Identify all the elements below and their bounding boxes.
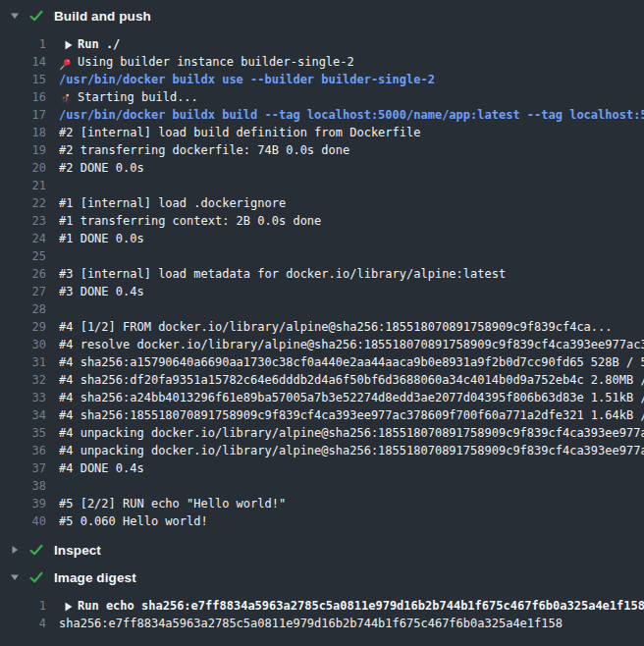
log-text: /usr/bin/docker buildx build --tag local… — [59, 108, 644, 122]
log-line: #5 [2/2] RUN echo "Hello world!" — [59, 495, 644, 512]
log-line — [59, 300, 644, 318]
log-section-inspect: Inspect — [0, 536, 644, 564]
section-header-image-digest[interactable]: Image digest — [0, 564, 644, 591]
log-text: #5 0.060 Hello world! — [59, 514, 208, 528]
log-text: #4 [1/2] FROM docker.io/library/alpine@s… — [59, 320, 613, 334]
line-number-link[interactable]: 39 — [0, 495, 59, 512]
section-title: Build and push — [54, 9, 151, 24]
log-line: #4 unpacking docker.io/library/alpine@sh… — [59, 424, 644, 442]
line-number-link[interactable]: 22 — [0, 194, 59, 212]
log-line: #1 DONE 0.0s — [59, 230, 644, 247]
line-number-link[interactable]: 15 — [0, 71, 59, 88]
line-number-link[interactable]: 14 — [0, 53, 59, 71]
line-number-link[interactable]: 32 — [0, 371, 59, 389]
line-number-link[interactable]: 16 — [0, 88, 59, 106]
chevron-down-icon[interactable] — [8, 9, 22, 23]
log-row: 37#4 DONE 0.4s — [0, 459, 644, 477]
line-number-link[interactable]: 36 — [0, 442, 59, 459]
log-text: #1 [internal] load .dockerignore — [59, 196, 286, 210]
log-row: 19#2 transferring dockerfile: 74B 0.0s d… — [0, 141, 644, 159]
log-line: #1 transferring context: 2B 0.0s done — [59, 212, 644, 230]
log-row: 32#4 sha256:df20fa9351a15782c64e6dddb2d4… — [0, 371, 644, 389]
line-number-link[interactable]: 26 — [0, 265, 59, 283]
line-number-link[interactable]: 27 — [0, 283, 59, 300]
line-number-link[interactable]: 4 — [0, 615, 59, 632]
log-text: #4 unpacking docker.io/library/alpine@sh… — [59, 426, 644, 440]
section-header-build-and-push[interactable]: Build and push — [0, 2, 644, 29]
line-number-link[interactable]: 30 — [0, 336, 59, 353]
workflow-log-viewer: Build and push 1Run ./14Using builder in… — [0, 0, 644, 646]
log-row: 4sha256:e7ff8834a5963a2785c5a0811e979d16… — [0, 615, 644, 632]
log-line: #5 0.060 Hello world! — [59, 512, 644, 530]
check-icon — [28, 569, 44, 585]
log-line — [59, 177, 644, 194]
line-number-link[interactable]: 17 — [0, 106, 59, 124]
expand-step-arrow-icon[interactable] — [65, 35, 73, 53]
line-number-link[interactable]: 33 — [0, 389, 59, 406]
log-row: 18#2 [internal] load build definition fr… — [0, 124, 644, 141]
chevron-right-icon[interactable] — [8, 543, 22, 557]
log-line: #1 [internal] load .dockerignore — [59, 194, 644, 212]
line-number-link[interactable]: 19 — [0, 141, 59, 159]
line-number-link[interactable]: 21 — [0, 177, 59, 194]
expand-step-arrow-icon[interactable] — [65, 597, 73, 615]
log-line: #4 sha256:185518070891758909c9f839cf4ca3… — [59, 406, 644, 424]
log-text: /usr/bin/docker buildx use --builder bui… — [59, 73, 435, 86]
line-number-link[interactable]: 31 — [0, 353, 59, 371]
line-number-link[interactable]: 38 — [0, 477, 59, 495]
log-row: 26#3 [internal] load metadata for docker… — [0, 265, 644, 283]
log-row: 34#4 sha256:185518070891758909c9f839cf4c… — [0, 406, 644, 424]
log-row: 28 — [0, 300, 644, 318]
check-icon — [28, 8, 44, 24]
line-number-link[interactable]: 1 — [0, 35, 59, 53]
line-number-link[interactable]: 20 — [0, 159, 59, 177]
log-text: #3 DONE 0.4s — [59, 285, 144, 298]
log-row: 30#4 resolve docker.io/library/alpine@sh… — [0, 336, 644, 353]
section-log-lines: 1Run echo sha256:e7ff8834a5963a2785c5a08… — [0, 591, 644, 638]
log-line: #2 [internal] load build definition from… — [59, 124, 644, 141]
log-line: #4 DONE 0.4s — [59, 459, 644, 477]
line-number-link[interactable]: 18 — [0, 124, 59, 141]
section-title: Inspect — [54, 543, 101, 558]
line-number-link[interactable]: 37 — [0, 459, 59, 477]
log-row: 31#4 sha256:a15790640a6690aa1730c38cf0a4… — [0, 353, 644, 371]
log-line: #2 transferring dockerfile: 74B 0.0s don… — [59, 141, 644, 159]
log-line: Run echo sha256:e7ff8834a5963a2785c5a081… — [59, 597, 644, 615]
line-number-link[interactable]: 23 — [0, 212, 59, 230]
log-row: 21 — [0, 177, 644, 194]
log-text: Run echo sha256:e7ff8834a5963a2785c5a081… — [78, 599, 644, 613]
log-line: #4 unpacking docker.io/library/alpine@sh… — [59, 442, 644, 459]
log-line: #4 [1/2] FROM docker.io/library/alpine@s… — [59, 318, 644, 336]
log-text: #4 sha256:185518070891758909c9f839cf4ca3… — [59, 408, 644, 422]
line-number-link[interactable]: 24 — [0, 230, 59, 247]
log-line: #4 sha256:df20fa9351a15782c64e6dddb2d4a6… — [59, 371, 644, 389]
log-row: 24#1 DONE 0.0s — [0, 230, 644, 247]
log-line: Using builder instance builder-single-2 — [59, 53, 644, 71]
log-text: #4 unpacking docker.io/library/alpine@sh… — [59, 444, 644, 458]
line-number-link[interactable]: 35 — [0, 424, 59, 442]
line-number-link[interactable]: 25 — [0, 247, 59, 265]
log-line: #4 sha256:a15790640a6690aa1730c38cf0a440… — [59, 353, 644, 371]
chevron-down-icon[interactable] — [8, 570, 22, 584]
line-number-link[interactable]: 28 — [0, 300, 59, 318]
section-log-lines: 1Run ./14Using builder instance builder-… — [0, 29, 644, 536]
log-line: #4 resolve docker.io/library/alpine@sha2… — [59, 336, 644, 353]
section-header-inspect[interactable]: Inspect — [0, 536, 644, 564]
log-line: #3 [internal] load metadata for docker.i… — [59, 265, 644, 283]
log-text: #2 [internal] load build definition from… — [59, 126, 420, 139]
line-number-link[interactable]: 29 — [0, 318, 59, 336]
log-row: 23#1 transferring context: 2B 0.0s done — [0, 212, 644, 230]
log-row: 14Using builder instance builder-single-… — [0, 53, 644, 71]
log-section-image-digest: Image digest 1Run echo sha256:e7ff8834a5… — [0, 564, 644, 638]
log-line: Starting build... — [59, 88, 644, 106]
log-row: 25 — [0, 247, 644, 265]
log-row: 1Run echo sha256:e7ff8834a5963a2785c5a08… — [0, 597, 644, 615]
log-text: #3 [internal] load metadata for docker.i… — [59, 267, 506, 281]
log-line: #3 DONE 0.4s — [59, 283, 644, 300]
log-row: 38 — [0, 477, 644, 495]
line-number-link[interactable]: 40 — [0, 512, 59, 530]
line-number-link[interactable]: 34 — [0, 406, 59, 424]
line-number-link[interactable]: 1 — [0, 597, 59, 615]
log-line — [59, 477, 644, 495]
log-text: #4 sha256:a15790640a6690aa1730c38cf0a440… — [59, 355, 644, 369]
